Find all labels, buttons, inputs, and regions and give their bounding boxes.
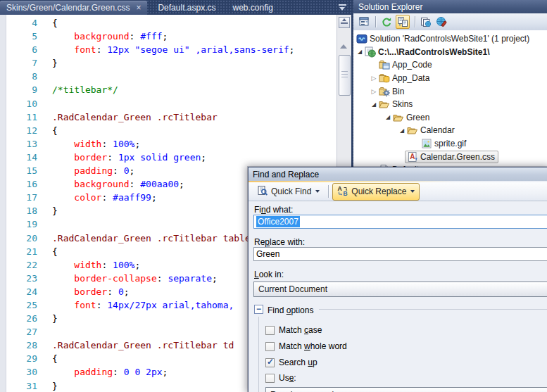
code-line-11[interactable]: 11.RadCalendar_Green .rcTitlebar xyxy=(6,110,337,124)
line-number: 9 xyxy=(6,83,37,96)
line-text: { xyxy=(52,124,58,137)
expander-open-icon[interactable]: ◢ xyxy=(370,101,378,108)
look-in-value: Current Document xyxy=(258,284,327,294)
image-file-icon xyxy=(420,138,432,149)
tree-item-c-radcontrolswebsite1[interactable]: ◢C:\...\RadControlsWebSite1\ xyxy=(353,46,547,59)
tree-item-label: App_Data xyxy=(392,73,429,83)
toolbar-separator xyxy=(328,185,329,198)
tab-label: web.config xyxy=(232,3,272,13)
code-line-12[interactable]: 12{ xyxy=(6,124,337,137)
nest-related-files-icon[interactable] xyxy=(396,15,410,29)
replace-with-input[interactable]: Green xyxy=(253,247,547,261)
tree-item-calendar-green-css[interactable]: ACalendar.Green.css xyxy=(353,150,547,163)
checkbox-search-up[interactable]: ✓Search up xyxy=(265,358,317,367)
solution-explorer-title[interactable]: Solution Explorer xyxy=(353,0,547,13)
code-line-8[interactable]: 8 xyxy=(6,70,337,83)
code-line-7[interactable]: 7} xyxy=(6,56,337,70)
expander-closed-icon[interactable]: ▷ xyxy=(370,75,378,82)
svg-text:A: A xyxy=(338,185,342,192)
quick-find-button[interactable]: Quick Find xyxy=(252,183,325,201)
line-text: padding: 0 0 2px; xyxy=(52,365,168,379)
line-number: 26 xyxy=(6,312,37,325)
find-options-collapse-toggle[interactable]: − xyxy=(254,305,263,314)
folder-open-icon xyxy=(378,99,390,110)
tree-item-app-code[interactable]: App_Code xyxy=(353,58,547,72)
tree-item-content: ACalendar.Green.css xyxy=(405,151,498,163)
refresh-icon[interactable] xyxy=(380,15,393,28)
code-line-6[interactable]: 6 font: 12px "segoe ui" ,arial,sans-seri… xyxy=(6,43,337,56)
checkbox-checked-icon[interactable]: ✓ xyxy=(265,358,275,367)
checkbox-match-whole-word[interactable]: Match whole word xyxy=(265,341,347,351)
tree-item-green[interactable]: ◢Green xyxy=(353,111,547,125)
thumb-grip-icon xyxy=(341,71,348,77)
toolbar-separator xyxy=(415,16,415,27)
tab-skins-green-calendar-green-css[interactable]: Skins/Green/Calendar.Green.css× xyxy=(0,1,147,15)
quick-replace-icon: AB xyxy=(337,185,348,198)
line-text: width: 100%; xyxy=(52,137,140,151)
css-file-icon: A xyxy=(406,151,418,163)
web-project-icon xyxy=(364,46,376,58)
code-line-10[interactable]: 10 xyxy=(6,97,337,110)
copy-web-site-icon[interactable] xyxy=(420,15,432,28)
code-line-14[interactable]: 14 border: 1px solid green; xyxy=(6,151,337,164)
use-combobox[interactable]: Regular expressions xyxy=(265,387,547,392)
line-number: 13 xyxy=(6,137,37,151)
find-what-input[interactable]: Office2007 xyxy=(253,215,547,229)
quick-replace-button[interactable]: AB Quick Replace xyxy=(332,183,420,201)
checkbox-unchecked-icon[interactable] xyxy=(265,374,275,383)
checkbox-label: Match case xyxy=(279,325,322,335)
line-number: 21 xyxy=(6,245,37,258)
properties-window-icon[interactable] xyxy=(358,15,370,28)
quick-replace-label: Quick Replace xyxy=(351,186,406,196)
line-text: color: #aaff99; xyxy=(52,191,157,204)
tree-item-sprite-gif[interactable]: sprite.gif xyxy=(353,137,547,151)
line-text: font: 12px "segoe ui" ,arial,sans-serif; xyxy=(52,43,294,56)
tab-default-aspx-cs[interactable]: Default.aspx.cs xyxy=(151,1,222,15)
checkbox-match-case[interactable]: Match case xyxy=(265,325,322,335)
tree-item-app-data[interactable]: ▷App_Data xyxy=(353,72,547,85)
line-number: 7 xyxy=(6,56,37,70)
look-in-combobox[interactable]: Current Document xyxy=(253,282,547,297)
line-text: border: 0; xyxy=(52,285,130,298)
code-line-9[interactable]: 9/*titlebar*/ xyxy=(6,83,337,96)
line-number: 4 xyxy=(6,16,37,30)
aspnet-configuration-icon[interactable] xyxy=(435,15,448,28)
expander-open-icon[interactable]: ◢ xyxy=(398,127,406,134)
dialog-titlebar[interactable]: Find and Replace xyxy=(249,167,547,181)
line-number: 18 xyxy=(6,204,37,217)
checkbox-use[interactable]: Use: xyxy=(265,373,296,383)
scroll-up-arrow-icon[interactable] xyxy=(340,44,347,49)
document-list-dropdown-icon[interactable] xyxy=(339,4,346,11)
tree-item-calendar[interactable]: ◢Calendar xyxy=(353,124,547,137)
checkbox-unchecked-icon[interactable] xyxy=(265,326,275,335)
splitter-handle-icon[interactable] xyxy=(339,17,350,28)
checkbox-unchecked-icon[interactable] xyxy=(265,342,275,351)
folder-open-icon xyxy=(406,125,418,136)
checkbox-label: Match whole word xyxy=(279,341,347,351)
tree-item-label: Calendar xyxy=(420,125,455,135)
expander-open-icon[interactable]: ◢ xyxy=(356,49,364,55)
line-text: { xyxy=(52,352,58,365)
line-number: 22 xyxy=(6,258,37,272)
folder-open-icon xyxy=(392,112,404,123)
tab-web-config[interactable]: web.config xyxy=(226,1,279,15)
code-line-4[interactable]: 4{ xyxy=(6,16,337,30)
tree-item-solution-radcontrolswebsite1-1-project[interactable]: Solution 'RadControlsWebSite1' (1 projec… xyxy=(353,32,547,46)
line-number: 19 xyxy=(6,217,37,231)
scrollbar-thumb[interactable] xyxy=(339,55,351,96)
expander-closed-icon[interactable]: ▷ xyxy=(370,88,378,95)
line-number: 8 xyxy=(6,70,37,83)
tree-item-content: C:\...\RadControlsWebSite1\ xyxy=(364,46,489,58)
expander-open-icon[interactable]: ◢ xyxy=(384,114,392,120)
line-text: { xyxy=(52,16,58,30)
tree-item-skins[interactable]: ◢Skins xyxy=(353,98,547,111)
close-icon[interactable]: × xyxy=(136,4,141,12)
code-line-13[interactable]: 13 width: 100%; xyxy=(6,137,337,151)
line-number: 29 xyxy=(6,352,37,365)
line-number: 24 xyxy=(6,285,37,298)
find-what-label: Find what: xyxy=(254,205,293,215)
code-line-5[interactable]: 5 background: #fff; xyxy=(6,30,337,43)
tree-item-bin[interactable]: ▷Bin xyxy=(353,84,547,98)
find-and-replace-dialog: Find and Replace Quick Find AB Quick Rep… xyxy=(248,167,547,392)
chevron-down-icon xyxy=(315,190,320,193)
